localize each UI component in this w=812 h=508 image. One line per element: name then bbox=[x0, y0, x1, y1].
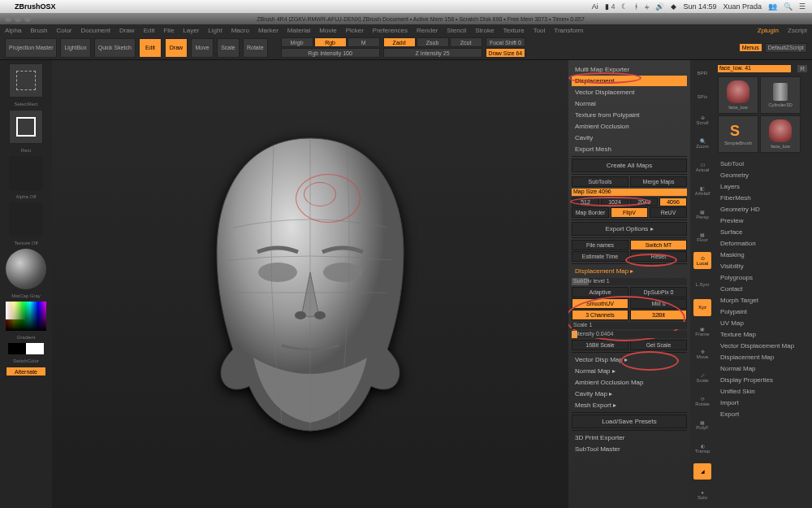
subtool-master[interactable]: SubTool Master bbox=[572, 444, 687, 454]
palette-normalmap[interactable]: Normal Map bbox=[718, 363, 809, 374]
menu-item[interactable]: Texture bbox=[503, 27, 524, 34]
menu-item[interactable]: Stroke bbox=[475, 27, 494, 34]
palette-layers[interactable]: Layers bbox=[718, 181, 809, 192]
lightbox-button[interactable]: LightBox bbox=[60, 38, 90, 58]
zoom-dot[interactable] bbox=[24, 15, 31, 22]
m-button[interactable]: M bbox=[348, 37, 380, 47]
move-button[interactable]: Move bbox=[191, 38, 214, 58]
draw-button[interactable]: Draw bbox=[165, 38, 188, 58]
bluetooth-icon[interactable]: ᚼ bbox=[634, 2, 638, 11]
spix-btn[interactable]: SPix bbox=[693, 89, 711, 106]
palette-deformation[interactable]: Deformation bbox=[718, 238, 809, 249]
estimate-time[interactable]: Estimate Time bbox=[572, 251, 628, 262]
menu-item[interactable]: Picker bbox=[346, 27, 364, 34]
actual-btn[interactable]: ⊡Actual bbox=[693, 158, 711, 176]
cavity-toggle[interactable]: Cavity bbox=[572, 132, 687, 143]
palette-fibermesh[interactable]: FiberMesh bbox=[718, 193, 809, 203]
rotate-nav-btn[interactable]: ⟳Rotate bbox=[693, 393, 711, 410]
scale-button[interactable]: Scale bbox=[217, 38, 240, 58]
floor-btn[interactable]: ▦Floor bbox=[693, 229, 711, 246]
palette-subtool[interactable]: SubTool bbox=[718, 158, 809, 169]
menu-zscript[interactable]: Zscript bbox=[788, 27, 807, 34]
menu-item[interactable]: Stencil bbox=[447, 27, 466, 34]
r-button[interactable]: R bbox=[797, 65, 807, 72]
create-all-maps-button[interactable]: Create All Maps bbox=[572, 158, 687, 172]
aahalf-btn[interactable]: ◧AAHalf bbox=[693, 182, 711, 199]
flipv-btn[interactable]: FlipV bbox=[611, 207, 648, 218]
z-intensity[interactable]: Z Intensity 25 bbox=[383, 48, 482, 58]
3d-print-exporter[interactable]: 3D Print Exporter bbox=[572, 432, 687, 443]
transp-btn[interactable]: ◐Transp bbox=[693, 440, 711, 457]
ao-map[interactable]: Ambient Occlusion Map bbox=[572, 377, 687, 388]
menu-item[interactable]: Transform bbox=[554, 27, 583, 34]
menu-zplugin[interactable]: Zplugin bbox=[758, 27, 779, 34]
get-scale-btn[interactable]: Get Scale bbox=[630, 340, 687, 350]
tool-name-bar[interactable]: face_low. 41R bbox=[718, 65, 809, 72]
menu-item[interactable]: Light bbox=[208, 27, 222, 34]
palette-vectordispmap[interactable]: Vector Displacement Map bbox=[718, 341, 809, 351]
lsym-btn[interactable]: L.Sym bbox=[693, 276, 711, 293]
map-size-slider[interactable]: Map Size 4096 bbox=[572, 189, 687, 196]
close-dot[interactable] bbox=[5, 15, 11, 22]
cavity-map[interactable]: Cavity Map ▸ bbox=[572, 389, 687, 399]
adobe-icon[interactable]: Ai bbox=[592, 2, 598, 11]
menu-item[interactable]: Document bbox=[81, 27, 110, 34]
disp-map-section[interactable]: Displacement Map ▸ bbox=[572, 266, 687, 276]
normal-toggle[interactable]: Normal bbox=[572, 98, 687, 109]
spotlight-icon[interactable]: 🔍 bbox=[784, 2, 793, 11]
menu-item[interactable]: Macro bbox=[231, 27, 249, 34]
material-sphere[interactable] bbox=[6, 249, 46, 289]
xyz-btn[interactable]: Xyz bbox=[693, 299, 711, 316]
clock[interactable]: Sun 14:59 bbox=[683, 2, 716, 11]
wifi-icon[interactable]: ⏚ bbox=[645, 2, 649, 11]
switch-mt-btn[interactable]: Switch MT bbox=[630, 240, 687, 250]
solo-btn[interactable]: ●Solo bbox=[693, 486, 711, 503]
menu-item[interactable]: Render bbox=[417, 27, 438, 34]
menu-item[interactable]: Draw bbox=[119, 27, 135, 34]
reuv-btn[interactable]: ReUV bbox=[650, 207, 687, 218]
palette-surface[interactable]: Surface bbox=[718, 227, 809, 237]
zadd-button[interactable]: Zadd bbox=[383, 37, 416, 47]
palette-geometry[interactable]: Geometry bbox=[718, 170, 809, 180]
palette-morphtarget[interactable]: Morph Target bbox=[718, 295, 809, 306]
palette-visibility[interactable]: Visibility bbox=[718, 261, 809, 271]
moon-icon[interactable]: ☾ bbox=[621, 2, 628, 11]
palette-masking[interactable]: Masking bbox=[718, 250, 809, 260]
menu-item[interactable]: Preferences bbox=[373, 27, 408, 34]
palette-contact[interactable]: Contact bbox=[718, 284, 809, 294]
default-zscript[interactable]: DefaultZScript bbox=[765, 43, 807, 53]
mesh-export[interactable]: Mesh Export ▸ bbox=[572, 400, 687, 410]
texture-slot[interactable] bbox=[9, 202, 43, 237]
scale-slider[interactable]: Scale 1 bbox=[572, 322, 687, 329]
app-name[interactable]: ZBrushOSX bbox=[15, 2, 56, 11]
palette-export[interactable]: Export bbox=[718, 409, 809, 419]
menu-item[interactable]: Marker bbox=[258, 27, 279, 34]
rgb-button[interactable]: Rgb bbox=[314, 37, 347, 47]
edit-button[interactable]: Edit bbox=[139, 38, 162, 58]
user-icon[interactable]: 👥 bbox=[768, 2, 777, 11]
ao-toggle[interactable]: Ambient Occlusion bbox=[572, 121, 687, 132]
mrgb-button[interactable]: Mrgb bbox=[281, 37, 313, 47]
menu-item[interactable]: Material bbox=[287, 27, 310, 34]
switch-color[interactable] bbox=[8, 343, 44, 354]
persp-btn[interactable]: ▦Persp bbox=[693, 206, 711, 223]
viewport[interactable] bbox=[52, 60, 568, 508]
palette-import[interactable]: Import bbox=[718, 397, 809, 408]
subdiv-slider[interactable]: SubDiv level 1 bbox=[572, 278, 687, 285]
zcut-button[interactable]: Zcut bbox=[450, 37, 482, 47]
palette-texturemap[interactable]: Texture Map bbox=[718, 329, 809, 340]
menu-item[interactable]: Brush bbox=[30, 27, 47, 34]
palette-preview[interactable]: Preview bbox=[718, 215, 809, 226]
palette-displayprops[interactable]: Display Properties bbox=[718, 375, 809, 385]
load-save-presets[interactable]: Load/Save Presets bbox=[572, 415, 687, 428]
select-rect-tool[interactable] bbox=[9, 63, 43, 98]
palette-dispmap[interactable]: Displacement Map bbox=[718, 352, 809, 363]
scale-nav-btn[interactable]: ⤢Scale bbox=[693, 369, 711, 386]
zoom-btn[interactable]: 🔍Zoom bbox=[693, 135, 711, 152]
rect-tool[interactable] bbox=[9, 110, 43, 144]
move-nav-btn[interactable]: ✥Move bbox=[693, 346, 711, 363]
alpha-slot[interactable] bbox=[9, 156, 43, 190]
export-options-btn[interactable]: Export Options ▸ bbox=[572, 222, 687, 236]
palette-uvmap[interactable]: UV Map bbox=[718, 318, 809, 328]
menus-button[interactable]: Menus bbox=[740, 44, 762, 51]
